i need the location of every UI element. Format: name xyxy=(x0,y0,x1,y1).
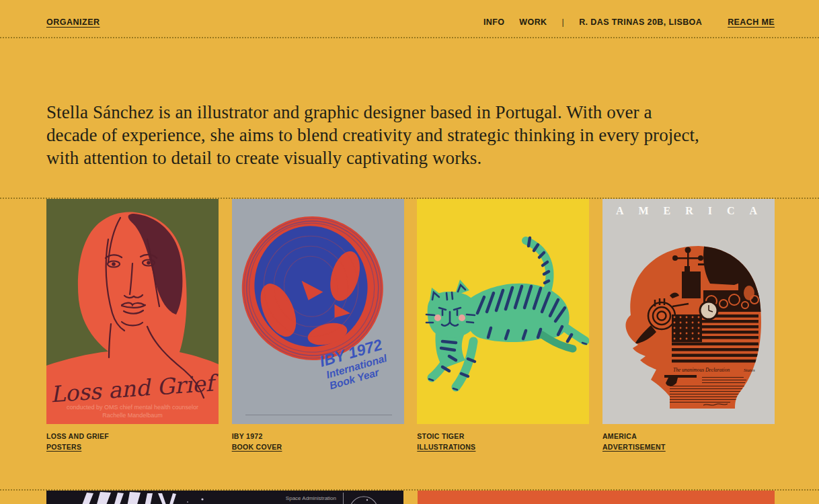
project-card-stoic-tiger: STOIC TIGER ILLUSTRATIONS xyxy=(417,199,589,452)
project-card-iby-1972: IBY 1972 International Book Year IBY 197… xyxy=(232,199,404,452)
project-caption: IBY 1972 BOOK COVER xyxy=(232,432,404,452)
intro-line-2: decade of experience, she aims to blend … xyxy=(46,124,779,147)
project-caption: STOIC TIGER ILLUSTRATIONS xyxy=(417,432,589,452)
intro-line-3: with attention to detail to create visua… xyxy=(46,147,779,170)
tiger-cheek xyxy=(434,314,441,321)
declaration-tail: States xyxy=(744,368,755,373)
project-title: LOSS AND GRIEF xyxy=(46,432,219,442)
declaration-title: The unanimous Declaration xyxy=(673,367,730,373)
project-title: STOIC TIGER xyxy=(417,432,589,442)
project-card-america: AMERICA xyxy=(602,199,775,452)
poster-credit-name: Rachelle Mandelbaum xyxy=(102,412,163,419)
nav-work[interactable]: WORK xyxy=(519,17,547,27)
project-card-loss-and-grief: Loss and Grief conducted by OMS chief me… xyxy=(46,199,219,452)
artwork-loss-and-grief[interactable]: Loss and Grief conducted by OMS chief me… xyxy=(46,199,219,424)
artwork-space-poster[interactable]: Space Administration xyxy=(46,491,403,504)
project-caption: LOSS AND GRIEF POSTERS xyxy=(46,432,219,452)
project-title: IBY 1972 xyxy=(232,432,404,442)
project-category-link[interactable]: ILLUSTRATIONS xyxy=(417,443,475,452)
iby-book-cover: IBY 1972 International Book Year xyxy=(232,199,404,424)
site-header: ORGANIZER INFO WORK | R. DAS TRINAS 20B,… xyxy=(0,0,819,38)
nav-divider: | xyxy=(562,17,565,27)
space-poster-top-edge: Space Administration xyxy=(46,491,403,504)
intro-line-1: Stella Sánchez is an illustrator and gra… xyxy=(46,101,779,124)
poster-credit-line: conducted by OMS chief mental health cou… xyxy=(67,404,198,411)
tiger-cheek xyxy=(459,314,465,321)
space-administration-label: Space Administration xyxy=(286,495,336,501)
project-grid: Loss and Grief conducted by OMS chief me… xyxy=(0,199,819,452)
artwork-iby-1972[interactable]: IBY 1972 International Book Year xyxy=(232,199,404,424)
america-head-poster: AMERICA xyxy=(602,199,775,424)
project-grid-row-2: Space Administration xyxy=(0,491,819,504)
artwork-orange-poster[interactable] xyxy=(418,491,775,504)
artwork-stoic-tiger[interactable] xyxy=(417,199,589,424)
project-title: AMERICA xyxy=(602,432,775,442)
project-category-link[interactable]: POSTERS xyxy=(46,443,81,452)
artwork-america[interactable]: AMERICA xyxy=(602,199,775,424)
nav-info[interactable]: INFO xyxy=(483,17,504,27)
project-category-link[interactable]: BOOK COVER xyxy=(232,443,282,452)
project-category-link[interactable]: ADVERTISEMENT xyxy=(602,443,666,452)
reach-me-link[interactable]: REACH ME xyxy=(728,17,775,27)
america-headline: AMERICA xyxy=(616,205,772,216)
woman-portrait-poster: Loss and Grief conducted by OMS chief me… xyxy=(46,199,219,424)
studio-address: R. DAS TRINAS 20B, LISBOA xyxy=(579,17,702,27)
intro-statement: Stella Sánchez is an illustrator and gra… xyxy=(46,101,779,169)
logo-link[interactable]: ORGANIZER xyxy=(46,17,100,27)
main-nav: INFO WORK | R. DAS TRINAS 20B, LISBOA RE… xyxy=(483,17,775,27)
project-caption: AMERICA ADVERTISEMENT xyxy=(602,432,775,452)
tiger-illustration xyxy=(417,199,589,424)
